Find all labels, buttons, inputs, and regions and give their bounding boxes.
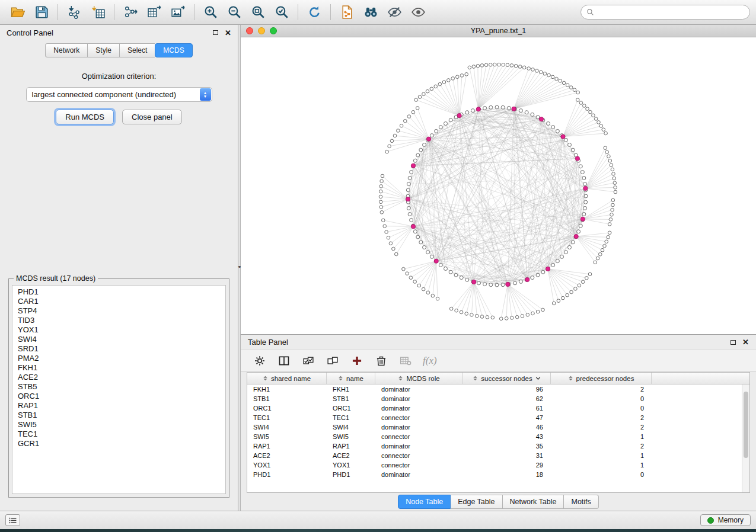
tab-motifs[interactable]: Motifs [564, 495, 598, 509]
network-window: YPA_prune.txt_1 [241, 25, 756, 335]
select-all-icon [302, 355, 314, 367]
status-menu-button[interactable] [5, 514, 20, 526]
import-network-icon [67, 5, 82, 20]
search-box[interactable] [580, 5, 750, 20]
cell-successor-nodes: 43 [463, 433, 551, 440]
tab-style[interactable]: Style [87, 43, 119, 57]
main-area: Control Panel ✕ NetworkStyleSelectMCDS O… [0, 25, 756, 511]
network-graph[interactable] [241, 37, 755, 334]
mcds-result-item[interactable]: SWI5 [18, 420, 225, 430]
node-table-row[interactable]: ACE2ACE2connector311 [247, 451, 742, 460]
zoom-out-button[interactable] [222, 2, 246, 23]
node-table-row[interactable]: YOX1YOX1connector291 [247, 460, 742, 470]
gear-button[interactable] [253, 354, 267, 368]
close-panel-button[interactable]: Close panel [122, 110, 182, 124]
mcds-result-item[interactable]: STB1 [18, 411, 225, 420]
cell-name: TEC1 [327, 414, 375, 421]
mcds-result-item[interactable]: CAR1 [18, 297, 225, 306]
export-network-button[interactable] [119, 2, 142, 23]
float-panel-icon[interactable] [213, 30, 218, 35]
float-table-panel-icon[interactable] [731, 340, 736, 345]
toolbar-separator [298, 4, 298, 20]
table-scrollbar[interactable] [742, 384, 749, 492]
import-table-button[interactable] [86, 2, 110, 23]
search-network-button[interactable] [359, 2, 382, 23]
column-header-name[interactable]: name [327, 373, 375, 384]
node-table-row[interactable]: SWI4SWI4dominator462 [247, 422, 742, 432]
column-header-shared-name[interactable]: shared name [247, 373, 327, 384]
search-input[interactable] [598, 8, 744, 17]
deselect-all-button[interactable] [326, 354, 340, 368]
mcds-result-item[interactable]: ORC1 [18, 392, 225, 401]
table-scrollbar-thumb[interactable] [744, 392, 748, 458]
export-table-button[interactable] [142, 2, 166, 23]
mcds-result-item[interactable]: ACE2 [18, 373, 225, 382]
node-table-row[interactable]: SWI5SWI5connector431 [247, 432, 742, 441]
criterion-dropdown[interactable]: largest connected component (undirected)… [26, 87, 212, 102]
run-mcds-button[interactable]: Run MCDS [56, 110, 114, 124]
save-button[interactable] [30, 2, 53, 23]
close-table-panel-icon[interactable]: ✕ [742, 338, 749, 346]
export-image-button[interactable] [166, 2, 190, 23]
mcds-result-list[interactable]: PHD1CAR1STP4TID3YOX1SWI4SRD1PMA2FKH1ACE2… [12, 285, 226, 494]
tab-select[interactable]: Select [119, 43, 155, 57]
node-table-row[interactable]: ORC1ORC1dominator610 [247, 403, 742, 413]
mcds-result-item[interactable]: TEC1 [18, 430, 225, 439]
column-header-predecessor-nodes[interactable]: predecessor nodes [551, 373, 652, 384]
node-table-row[interactable]: FKH1FKH1dominator962 [247, 384, 742, 394]
node-table-row[interactable]: RAP1RAP1dominator352 [247, 441, 742, 451]
mcds-result-item[interactable]: YOX1 [18, 325, 225, 335]
cell-mcds-role: connector [375, 462, 463, 469]
show-elements-button[interactable] [406, 2, 430, 23]
mcds-result-item[interactable]: STB5 [18, 382, 225, 392]
close-window-button[interactable] [246, 27, 253, 34]
mcds-result-item[interactable]: RAP1 [18, 401, 225, 411]
zoom-in-button[interactable] [199, 2, 222, 23]
network-document-button[interactable] [335, 2, 359, 23]
delete-table-button[interactable] [398, 354, 413, 368]
workspace-column: YPA_prune.txt_1 Table Panel [241, 25, 756, 511]
minimize-window-button[interactable] [258, 27, 265, 34]
mcds-result-item[interactable]: FKH1 [18, 363, 225, 373]
tab-network[interactable]: Network [45, 43, 87, 57]
add-column-button[interactable] [350, 354, 364, 368]
column-header-successor-nodes[interactable]: successor nodes [463, 373, 551, 384]
network-window-titlebar[interactable]: YPA_prune.txt_1 [241, 25, 756, 37]
tab-edge-table[interactable]: Edge Table [451, 495, 502, 509]
tab-node-table[interactable]: Node Table [398, 495, 451, 509]
optimization-criterion-label: Optimization criterion: [82, 72, 157, 81]
network-canvas[interactable] [241, 37, 756, 334]
cell-successor-nodes: 47 [463, 414, 551, 421]
refresh-layout-button[interactable] [302, 2, 326, 23]
add-column-icon [351, 355, 363, 367]
zoom-selected-button[interactable] [270, 2, 294, 23]
import-network-button[interactable] [62, 2, 86, 23]
columns-button[interactable] [277, 354, 291, 368]
node-table-row[interactable]: PHD1PHD1dominator180 [247, 470, 742, 479]
mcds-result-item[interactable]: TID3 [18, 316, 225, 325]
mcds-result-item[interactable]: GCR1 [18, 439, 225, 448]
memory-button[interactable]: Memory [700, 514, 751, 526]
zoom-window-button[interactable] [270, 27, 277, 34]
tab-mcds[interactable]: MCDS [155, 43, 192, 57]
open-folder-button[interactable] [6, 2, 30, 23]
header-filler [652, 373, 749, 384]
cell-name: RAP1 [327, 443, 375, 450]
node-table-row[interactable]: TEC1TEC1connector472 [247, 413, 742, 422]
delete-column-button[interactable] [374, 354, 388, 368]
mcds-result-item[interactable]: SWI4 [18, 335, 225, 344]
select-all-button[interactable] [301, 354, 315, 368]
column-header-mcds-role[interactable]: MCDS role [375, 373, 463, 384]
mcds-result-item[interactable]: PMA2 [18, 354, 225, 363]
tab-network-table[interactable]: Network Table [503, 495, 564, 509]
mcds-result-item[interactable]: SRD1 [18, 344, 225, 354]
zoom-fit-button[interactable] [246, 2, 270, 23]
function-builder-button[interactable]: f(x) [423, 354, 437, 368]
list-menu-icon [9, 517, 17, 524]
close-panel-icon[interactable]: ✕ [225, 29, 231, 37]
hide-elements-button[interactable] [382, 2, 406, 23]
node-table-row[interactable]: STB1STB1dominator620 [247, 394, 742, 403]
import-table-icon [91, 5, 106, 20]
mcds-result-item[interactable]: PHD1 [18, 287, 225, 297]
mcds-result-item[interactable]: STP4 [18, 306, 225, 316]
